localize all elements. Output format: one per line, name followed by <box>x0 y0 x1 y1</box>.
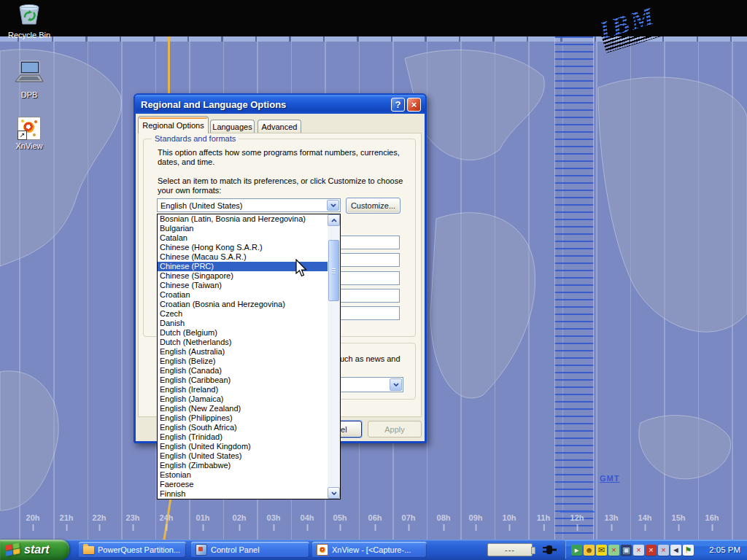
timezone-label: 16h <box>705 513 719 522</box>
groupbox-title: Standards and formats <box>152 134 239 143</box>
mail-notification-icon[interactable]: ✉ <box>596 545 607 556</box>
timezone-label: 15h <box>672 513 686 522</box>
chevron-down-icon[interactable] <box>390 378 402 391</box>
windows-flag-icon <box>5 542 20 557</box>
language-dropdown-list: Bosnian (Latin, Bosnia and Herzegovina) … <box>157 214 341 499</box>
language-option[interactable]: English (Zimbabwe) <box>158 461 328 470</box>
language-option[interactable]: Croatian <box>158 290 328 300</box>
device-disconnected-icon[interactable]: × <box>646 545 657 556</box>
desktop-icon-label: XnView <box>6 141 53 150</box>
format-combobox-value: English (United States) <box>160 201 243 210</box>
desktop-icon-dpb[interactable]: DPB <box>6 60 53 99</box>
language-option[interactable]: Chinese (Taiwan) <box>158 281 328 290</box>
language-option[interactable]: English (United Kingdom) <box>158 442 328 451</box>
timezone-label: 22h <box>93 513 107 522</box>
language-option[interactable]: English (Jamaica) <box>158 394 328 404</box>
hotkey-utility-icon[interactable]: ▸ <box>571 545 582 556</box>
format-combobox[interactable]: English (United States) <box>157 198 341 212</box>
language-option[interactable]: Bosnian (Latin, Bosnia and Herzegovina) <box>158 214 328 224</box>
laptop-icon <box>12 60 46 86</box>
language-option[interactable]: English (Philippines) <box>158 413 328 423</box>
tab-regional-options[interactable]: Regional Options <box>138 116 209 133</box>
tab-languages[interactable]: Languages <box>210 120 255 133</box>
recycle-bin-icon <box>16 1 42 26</box>
language-option[interactable]: English (Caribbean) <box>158 376 328 385</box>
chevron-down-icon[interactable] <box>327 200 339 211</box>
desktop-icon-recycle-bin[interactable]: Recycle Bin <box>6 1 53 39</box>
close-button[interactable]: × <box>407 98 421 112</box>
language-options: Bosnian (Latin, Bosnia and Herzegovina) … <box>158 214 340 499</box>
language-option[interactable]: English (Australia) <box>158 347 328 357</box>
gmt-meridian-band <box>554 36 594 540</box>
language-bar-icon[interactable]: ⚑ <box>683 545 694 556</box>
shortcut-arrow-icon: ↗ <box>18 131 27 140</box>
taskbar-task-xnview[interactable]: XnView - [<Capture-... <box>312 542 427 558</box>
timezone-label: 14h <box>638 513 652 522</box>
xnview-icon <box>317 544 328 556</box>
location-text-fragment: uch as news and <box>340 354 413 364</box>
timezone-label: 12h <box>570 513 584 522</box>
language-option[interactable]: Croatian (Bosnia and Herzegovina) <box>158 300 328 309</box>
language-option[interactable]: Chinese (Hong Kong S.A.R.) <box>158 243 328 252</box>
taskbar-task-control-panel[interactable]: Control Panel <box>191 542 309 558</box>
language-option[interactable]: Catalan <box>158 233 328 243</box>
timezone-label: 21h <box>60 513 74 522</box>
timezone-label: 01h <box>196 513 210 522</box>
taskbar-clock[interactable]: 2:05 PM <box>709 540 740 560</box>
control-panel-icon <box>196 544 207 556</box>
language-option[interactable]: Czech <box>158 309 328 319</box>
network-places-icon[interactable]: ▣ <box>621 545 632 556</box>
timezone-label: 23h <box>126 513 140 522</box>
language-option[interactable]: English (New Zealand) <box>158 404 328 413</box>
help-button[interactable]: ? <box>391 98 405 112</box>
battery-meter[interactable]: --- <box>487 543 533 556</box>
timezone-label: 04h <box>301 513 314 522</box>
language-option[interactable]: Faeroese <box>158 480 328 489</box>
timezone-label: 02h <box>233 513 247 522</box>
language-option[interactable]: English (Ireland) <box>158 385 328 394</box>
display-disconnected-icon[interactable]: × <box>658 545 669 556</box>
scrollbar-thumb[interactable] <box>328 240 339 301</box>
timezone-label: 03h <box>267 513 281 522</box>
apply-button[interactable]: Apply <box>368 421 422 438</box>
power-plug-icon <box>543 544 557 556</box>
language-option[interactable]: English (Trinidad) <box>158 432 328 442</box>
language-option[interactable]: English (United States) <box>158 451 328 461</box>
start-button[interactable]: start <box>0 540 69 560</box>
dialog-title: Regional and Language Options <box>135 99 286 110</box>
desktop-icon-xnview[interactable]: ↗ XnView <box>6 117 53 150</box>
volume-icon[interactable]: ◄ <box>670 545 681 556</box>
timezone-label: 09h <box>469 513 483 522</box>
language-option[interactable]: English (South Africa) <box>158 423 328 432</box>
language-option[interactable]: Danish <box>158 319 328 328</box>
language-option[interactable]: Bulgarian <box>158 224 328 233</box>
tab-advanced[interactable]: Advanced <box>258 120 301 133</box>
language-option[interactable]: Dutch (Netherlands) <box>158 338 328 347</box>
desktop-icon-label: DPB <box>6 90 53 99</box>
language-option[interactable]: Estonian <box>158 470 328 480</box>
contacts-offline-icon[interactable]: × <box>608 545 619 556</box>
location-combobox[interactable] <box>332 377 403 392</box>
system-tray: ▸ ☻ ✉ × ▣ × <box>565 540 747 560</box>
timezone-label: 05h <box>333 513 347 522</box>
language-option[interactable]: Finnish <box>158 489 328 499</box>
customize-button[interactable]: Customize... <box>346 198 400 214</box>
dialog-titlebar[interactable]: Regional and Language Options <box>135 95 425 114</box>
timezone-label: 24h <box>160 513 174 522</box>
language-option[interactable]: English (Canada) <box>158 366 328 376</box>
scroll-up-icon[interactable] <box>328 214 340 226</box>
folder-icon <box>83 546 94 554</box>
taskbar: start PowerQuest Partition... Control Pa… <box>0 540 747 560</box>
timezone-label: 10h <box>503 513 516 522</box>
scrollbar[interactable] <box>328 214 340 499</box>
mouse-cursor <box>295 259 308 278</box>
language-option[interactable]: English (Belize) <box>158 357 328 366</box>
taskbar-task-powerquest[interactable]: PowerQuest Partition... <box>79 542 186 558</box>
language-option[interactable]: Dutch (Belgium) <box>158 328 328 338</box>
agent-helper-icon[interactable]: ☻ <box>584 545 595 556</box>
wireless-disconnected-icon[interactable]: × <box>633 545 644 556</box>
timezone-label: 13h <box>605 513 619 522</box>
standards-description: This option affects how some programs fo… <box>158 148 409 167</box>
scroll-down-icon[interactable] <box>328 487 340 499</box>
standards-instruction: Select an item to match its preferences,… <box>158 176 416 195</box>
